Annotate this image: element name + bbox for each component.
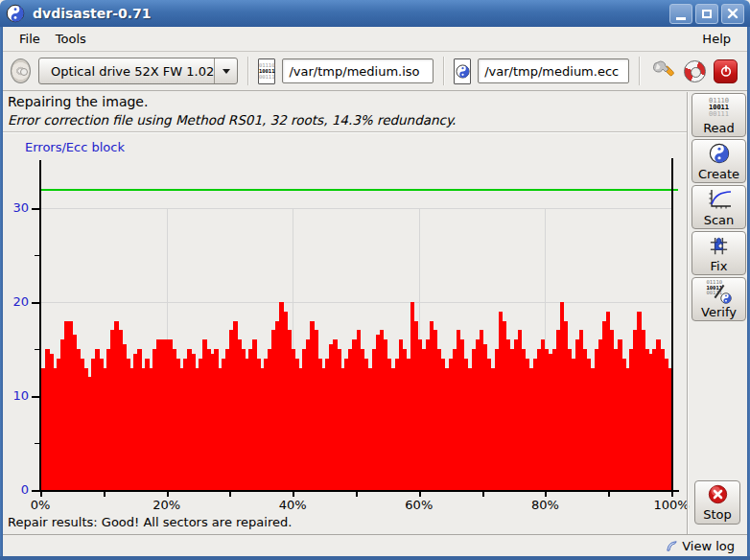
x-tick [356, 492, 358, 497]
x-tick-label: 20% [143, 498, 191, 512]
separator [687, 92, 688, 534]
app-window: dvdisaster-0.71 File Tools Help Optical … [0, 0, 750, 560]
create-button-label: Create [698, 167, 739, 181]
x-tick [40, 492, 42, 497]
x-tick-label: 80% [521, 498, 569, 512]
y-minor-tick [35, 443, 39, 444]
x-tick [167, 492, 169, 497]
repair-result-text: Repair results: Good! All sectors are re… [8, 515, 292, 529]
stop-x-icon [708, 484, 728, 504]
binary-slash-yinyang-icon: 011101001100111 [707, 279, 732, 304]
y-tick-label: 0 [2, 482, 29, 497]
x-tick [229, 492, 231, 497]
verify-button[interactable]: 011101001100111 Verify [691, 277, 746, 321]
y-axis [39, 160, 41, 492]
x-tick [104, 492, 105, 497]
x-tick-label: 0% [16, 498, 64, 512]
x-tick [419, 492, 421, 497]
binary-lines-icon: 01110 10011 00111 [709, 98, 729, 118]
x-tick-label: 60% [395, 498, 443, 512]
fix-button[interactable]: Fix [691, 231, 746, 275]
yin-yang-icon [709, 143, 730, 164]
stop-button-label: Stop [703, 507, 732, 522]
read-button-label: Read [703, 121, 735, 135]
y-tick-label: 20 [2, 294, 29, 309]
curve-plot-icon [707, 188, 732, 211]
puzzle-piece-icon [708, 235, 730, 257]
y-tick [32, 302, 39, 304]
y-minor-tick [35, 255, 39, 256]
read-button[interactable]: 01110 10011 00111 Read [691, 93, 746, 137]
stop-button[interactable]: Stop [694, 480, 740, 525]
errors-chart: 01020300%20%40%60%80%100% [0, 0, 750, 560]
x-tick [545, 492, 547, 497]
y-tick-label: 30 [2, 200, 29, 215]
x-tick [671, 492, 673, 497]
right-boundary-line [671, 158, 673, 492]
x-tick [482, 492, 484, 497]
x-tick-label: 100% [647, 498, 695, 512]
y-minor-tick [35, 349, 39, 350]
verify-button-label: Verify [701, 305, 737, 319]
x-tick [293, 492, 294, 497]
gridline-h [41, 302, 671, 303]
y-tick [32, 396, 39, 398]
create-button[interactable]: Create [691, 139, 746, 183]
open-book-icon [665, 539, 679, 553]
view-log-label: View log [682, 539, 735, 553]
x-tick [608, 492, 610, 497]
y-tick-label: 10 [2, 388, 29, 403]
view-log-button[interactable]: View log [665, 539, 735, 553]
statusbar: View log [3, 535, 747, 556]
y-tick [32, 490, 39, 492]
fix-button-label: Fix [711, 259, 728, 273]
threshold-line [41, 189, 678, 191]
scan-button-label: Scan [704, 213, 735, 227]
gridline-h [41, 208, 671, 209]
x-tick-label: 40% [269, 498, 316, 512]
y-tick [32, 208, 39, 210]
scan-button[interactable]: Scan [691, 185, 746, 229]
